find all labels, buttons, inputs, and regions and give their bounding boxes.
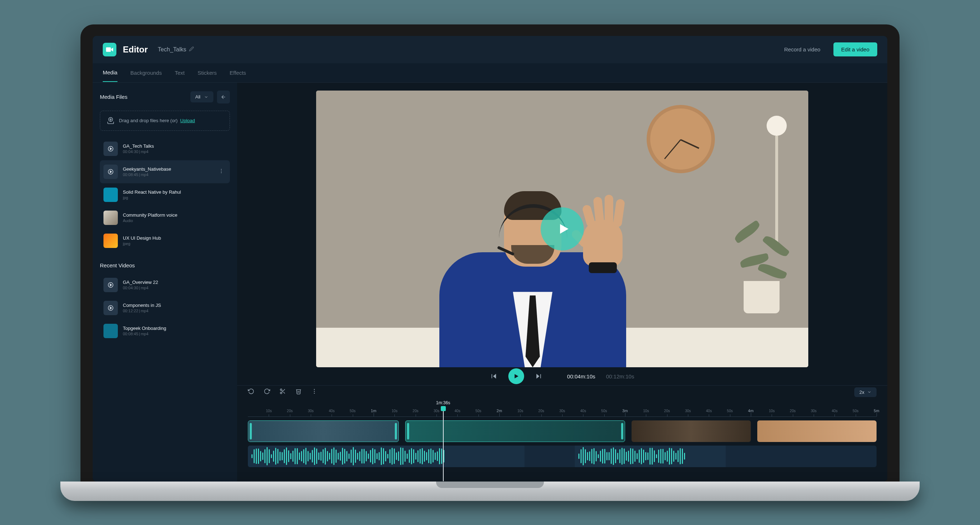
filter-select[interactable]: All (190, 91, 213, 102)
media-meta: 00:08:45|mp4 (123, 172, 211, 177)
scissors-icon (280, 388, 286, 395)
media-item[interactable]: GA_Overview 2200:04:30|mp4 (100, 274, 230, 296)
play-overlay-button[interactable] (541, 207, 584, 250)
wall-clock-graphic (647, 105, 715, 173)
media-thumb (103, 324, 118, 338)
item-menu-button[interactable] (216, 168, 226, 175)
chevron-down-icon (204, 95, 208, 99)
undo-button[interactable] (248, 388, 255, 396)
plant-graphic (729, 220, 794, 313)
video-preview[interactable] (316, 91, 808, 368)
media-item[interactable]: UX UI Design Hubjpeg (100, 229, 230, 252)
upload-icon (107, 117, 115, 125)
upload-link[interactable]: Upload (180, 118, 195, 123)
media-name: UX UI Design Hub (123, 235, 226, 241)
play-button[interactable] (508, 368, 524, 384)
tab-text[interactable]: Text (175, 64, 185, 81)
tab-effects[interactable]: Effects (229, 64, 246, 81)
edit-video-button[interactable]: Edit a video (834, 42, 877, 56)
dropzone-text: Drag and drop files here (or) Upload (119, 118, 195, 123)
timeline-ruler[interactable]: 1m:36s 10s20s30s40s50s10s20s30s40s50s1m1… (248, 407, 877, 417)
video-clip[interactable] (405, 420, 625, 442)
svg-marker-5 (110, 148, 112, 150)
svg-line-25 (282, 390, 283, 391)
tab-stickers[interactable]: Stickers (197, 64, 216, 81)
app-title: Editor (123, 45, 148, 55)
timeline-toolbar: 2x (237, 385, 887, 399)
audio-track[interactable] (248, 445, 877, 467)
presenter-graphic (418, 152, 648, 367)
svg-point-22 (280, 392, 282, 394)
svg-line-24 (283, 392, 285, 393)
arrow-left-icon (221, 94, 226, 100)
media-thumb (103, 301, 118, 315)
next-button[interactable] (535, 373, 542, 380)
media-item[interactable]: Components in JS00:12:22|mp4 (100, 296, 230, 320)
media-meta: 00:04:30|mp4 (123, 286, 226, 290)
delete-button[interactable] (295, 388, 302, 396)
svg-marker-7 (110, 171, 112, 173)
audio-clip[interactable] (248, 445, 525, 467)
back-button[interactable] (217, 91, 230, 103)
media-meta: 00:12:22|mp4 (123, 309, 226, 313)
skip-back-icon (490, 373, 498, 380)
playhead[interactable]: 1m:36s (443, 407, 444, 481)
total-time: 00:12m:10s (606, 373, 634, 379)
media-thumb (103, 211, 118, 225)
speed-select[interactable]: 2x (854, 387, 877, 397)
project-name[interactable]: Tech_Talks (158, 46, 194, 53)
cut-button[interactable] (280, 388, 286, 396)
video-clip[interactable] (248, 420, 399, 442)
more-button[interactable] (311, 388, 318, 396)
project-name-text: Tech_Talks (158, 46, 186, 53)
lamp-graphic (767, 116, 787, 136)
svg-point-8 (221, 169, 222, 170)
media-item[interactable]: Topgeek Onboarding00:08:45|mp4 (100, 320, 230, 342)
video-track[interactable] (248, 420, 877, 442)
svg-point-27 (314, 391, 315, 392)
media-meta: Audio (123, 218, 226, 223)
redo-button[interactable] (264, 388, 270, 396)
media-name: GA_Tech Talks (123, 143, 226, 149)
more-vertical-icon (311, 388, 318, 395)
undo-icon (248, 388, 255, 395)
playhead-time: 1m:36s (436, 400, 450, 405)
record-video-button[interactable]: Record a video (778, 43, 827, 56)
app-logo (103, 43, 116, 56)
media-name: Solid React Native by Rahul (123, 189, 226, 195)
tab-media[interactable]: Media (103, 64, 118, 82)
audio-clip[interactable] (575, 445, 725, 467)
svg-point-10 (221, 172, 222, 173)
player-controls: 00:04m:10s 00:12m:10s (237, 367, 887, 385)
video-clip[interactable] (632, 420, 751, 442)
media-item[interactable]: Community Platform voiceAudio (100, 206, 230, 229)
timeline[interactable]: 1m:36s 10s20s30s40s50s10s20s30s40s50s1m1… (237, 399, 887, 482)
main-panel: 00:04m:10s 00:12m:10s 2x (237, 83, 887, 482)
media-item[interactable]: GA_Tech Talks00:04:30|mp4 (100, 137, 230, 160)
media-item[interactable]: Geekyants_Nativebase00:08:45|mp4 (100, 160, 230, 183)
upload-dropzone[interactable]: Drag and drop files here (or) Upload (100, 111, 230, 131)
play-icon (513, 373, 519, 379)
media-name: Topgeek Onboarding (123, 326, 226, 331)
media-meta: jpeg (123, 242, 226, 246)
svg-marker-14 (110, 307, 112, 309)
tab-backgrounds[interactable]: Backgrounds (130, 64, 162, 81)
laptop-base (60, 482, 920, 501)
prev-button[interactable] (490, 373, 498, 380)
svg-marker-16 (493, 374, 496, 379)
svg-marker-15 (560, 224, 568, 234)
chevron-down-icon (867, 390, 872, 394)
media-item[interactable]: Solid React Native by Rahuljpg (100, 183, 230, 206)
current-time: 00:04m:10s (567, 373, 595, 379)
video-clip[interactable] (757, 420, 877, 442)
speed-value: 2x (859, 390, 864, 395)
media-meta: jpg (123, 196, 226, 200)
media-meta: 00:08:45|mp4 (123, 332, 226, 336)
media-meta: 00:04:30|mp4 (123, 150, 226, 154)
media-thumb (103, 234, 118, 248)
svg-marker-18 (514, 374, 519, 379)
pencil-icon[interactable] (189, 46, 194, 53)
svg-point-26 (314, 389, 315, 390)
topbar: Editor Tech_Talks Record a video Edit a … (93, 36, 887, 63)
skip-forward-icon (535, 373, 542, 380)
